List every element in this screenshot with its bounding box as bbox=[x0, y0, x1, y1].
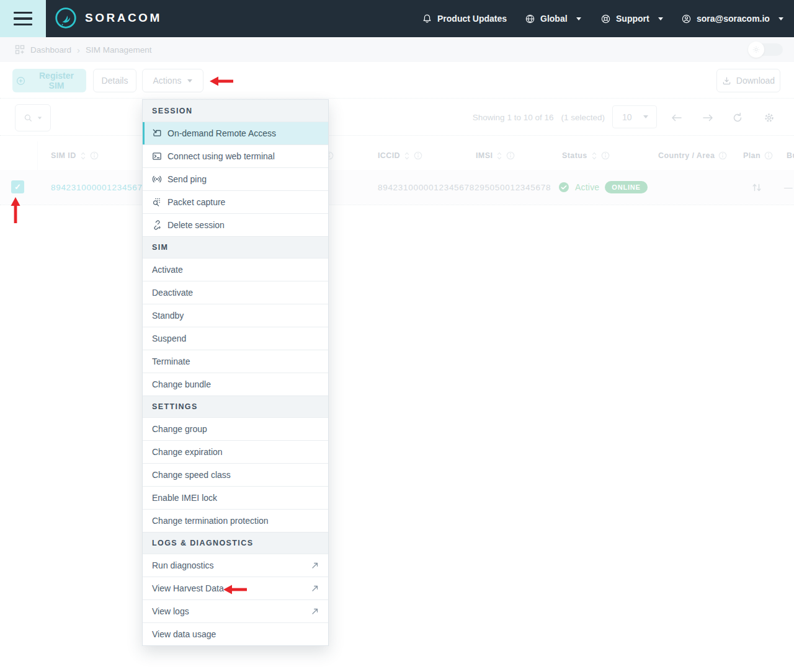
menu-item-label: Run diagnostics bbox=[152, 560, 214, 570]
menu-item-label: View Harvest Data bbox=[152, 583, 224, 593]
menu-item-view-logs[interactable]: View logs bbox=[143, 599, 328, 622]
menu-item-change-speed-class[interactable]: Change speed class bbox=[143, 463, 328, 486]
menu-item-run-diagnostics[interactable]: Run diagnostics bbox=[143, 554, 328, 577]
terminal-icon bbox=[152, 151, 162, 161]
chevron-down-icon bbox=[576, 17, 581, 20]
menu-item-standby[interactable]: Standby bbox=[143, 304, 328, 327]
menu-item-label: Activate bbox=[152, 265, 183, 275]
menu-item-suspend[interactable]: Suspend bbox=[143, 327, 328, 350]
support-label: Support bbox=[616, 14, 649, 24]
menu-item-label: Suspend bbox=[152, 334, 186, 343]
support-menu[interactable]: Support bbox=[600, 0, 663, 37]
annotation-arrow-harvest-data bbox=[223, 584, 248, 595]
soracom-logo-icon bbox=[55, 7, 77, 29]
menu-item-view-data-usage[interactable]: View data usage bbox=[143, 622, 328, 645]
brand-name: SORACOM bbox=[85, 11, 162, 25]
annotation-arrow-checkbox bbox=[10, 197, 21, 223]
menu-item-label: Change bundle bbox=[152, 379, 211, 389]
menu-item-label: View data usage bbox=[152, 629, 216, 639]
external-link-icon bbox=[311, 562, 319, 569]
menu-item-label: Connect using web terminal bbox=[167, 151, 275, 161]
menu-item-change-group[interactable]: Change group bbox=[143, 417, 328, 440]
menu-item-label: Change expiration bbox=[152, 447, 223, 457]
external-link-icon bbox=[311, 608, 319, 615]
menu-item-on-demand-remote-access[interactable]: On-demand Remote Access bbox=[143, 122, 328, 144]
ping-icon bbox=[152, 174, 162, 184]
menu-item-activate[interactable]: Activate bbox=[143, 258, 328, 281]
support-icon bbox=[600, 14, 611, 24]
menu-item-label: Send ping bbox=[167, 174, 207, 184]
chevron-down-icon bbox=[778, 17, 783, 20]
user-icon bbox=[681, 14, 692, 24]
dim-overlay bbox=[0, 37, 794, 672]
menu-item-label: Delete session bbox=[167, 220, 225, 230]
menu-item-label: Change termination protection bbox=[152, 516, 269, 526]
global-label: Global bbox=[540, 14, 568, 24]
menu-section-settings: SETTINGS bbox=[143, 396, 328, 417]
remote-access-icon bbox=[152, 128, 162, 138]
hamburger-menu-button[interactable] bbox=[0, 0, 46, 37]
soracom-logo[interactable]: SORACOM bbox=[55, 7, 162, 29]
menu-item-label: Enable IMEI lock bbox=[152, 493, 217, 503]
menu-item-label: Terminate bbox=[152, 356, 190, 366]
global-coverage-menu[interactable]: Global bbox=[525, 0, 581, 37]
menu-section-sim: SIM bbox=[143, 236, 328, 258]
menu-item-deactivate[interactable]: Deactivate bbox=[143, 281, 328, 304]
unlink-icon bbox=[152, 220, 162, 230]
soracom-console: SORACOM Product Updates Global bbox=[0, 0, 794, 672]
top-navbar: SORACOM Product Updates Global bbox=[0, 0, 794, 37]
menu-item-label: On-demand Remote Access bbox=[167, 128, 276, 138]
annotation-arrow-actions bbox=[210, 76, 234, 87]
actions-dropdown-menu: SESSIONOn-demand Remote AccessConnect us… bbox=[142, 99, 329, 646]
menu-item-connect-using-web-terminal[interactable]: Connect using web terminal bbox=[143, 144, 328, 167]
menu-item-packet-capture[interactable]: Packet capture bbox=[143, 190, 328, 213]
menu-section-logs-diagnostics: LOGS & DIAGNOSTICS bbox=[143, 532, 328, 554]
menu-item-terminate[interactable]: Terminate bbox=[143, 350, 328, 373]
packet-capture-icon bbox=[152, 197, 162, 207]
menu-item-change-expiration[interactable]: Change expiration bbox=[143, 440, 328, 463]
menu-item-delete-session[interactable]: Delete session bbox=[143, 213, 328, 236]
product-updates-button[interactable]: Product Updates bbox=[422, 0, 507, 37]
external-link-icon bbox=[311, 585, 319, 592]
menu-item-change-bundle[interactable]: Change bundle bbox=[143, 373, 328, 396]
menu-section-session: SESSION bbox=[143, 100, 328, 122]
menu-item-label: Change speed class bbox=[152, 470, 231, 480]
bell-icon bbox=[422, 14, 432, 24]
menu-item-enable-imei-lock[interactable]: Enable IMEI lock bbox=[143, 486, 328, 509]
globe-icon bbox=[525, 14, 535, 24]
account-menu[interactable]: sora@soracom.io bbox=[681, 0, 783, 37]
menu-item-label: Packet capture bbox=[167, 197, 225, 207]
menu-item-send-ping[interactable]: Send ping bbox=[143, 167, 328, 190]
menu-item-label: View logs bbox=[152, 606, 189, 616]
menu-item-label: Deactivate bbox=[152, 288, 193, 298]
menu-item-label: Standby bbox=[152, 311, 184, 321]
chevron-down-icon bbox=[658, 17, 663, 20]
menu-item-change-termination-protection[interactable]: Change termination protection bbox=[143, 509, 328, 532]
product-updates-label: Product Updates bbox=[437, 14, 507, 24]
menu-item-label: Change group bbox=[152, 424, 207, 434]
account-email: sora@soracom.io bbox=[697, 14, 770, 24]
